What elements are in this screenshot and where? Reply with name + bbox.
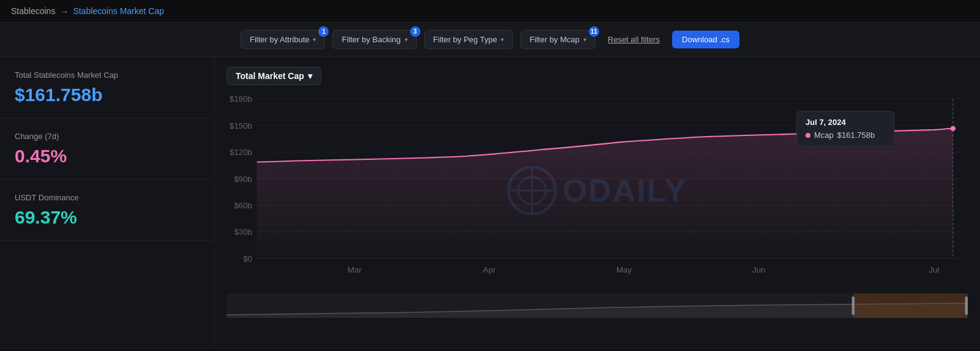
- usdt-value: 69.37%: [15, 207, 199, 228]
- change-value: 0.45%: [15, 146, 199, 167]
- chart-title-label: Total Market Cap: [236, 71, 304, 81]
- svg-rect-27: [852, 296, 855, 315]
- change-block: Change (7d) 0.45%: [0, 118, 214, 179]
- filter-backing-button[interactable]: Filter by Backing ▾ 3: [332, 30, 416, 49]
- tooltip-dot: [806, 133, 810, 138]
- breadcrumb: Stablecoins → Stablecoins Market Cap: [0, 0, 980, 23]
- tooltip-date: Jul 7, 2024: [806, 118, 885, 127]
- mini-chart-svg: [226, 293, 968, 318]
- filter-attribute-badge: 1: [318, 26, 329, 37]
- change-label: Change (7d): [15, 132, 199, 141]
- svg-text:$120b: $120b: [230, 148, 252, 157]
- svg-text:Jun: Jun: [752, 266, 765, 275]
- filter-backing-badge: 3: [410, 26, 421, 37]
- chart-tooltip: Jul 7, 2024 Mcap $161.758b: [796, 111, 894, 146]
- chevron-down-icon: ▾: [313, 36, 316, 43]
- tooltip-value: $161.758b: [837, 130, 875, 140]
- chart-panel: Total Market Cap ▾ ODAILY $180b $150b: [214, 57, 980, 349]
- svg-text:Apr: Apr: [483, 266, 496, 275]
- chart-title-button[interactable]: Total Market Cap ▾: [226, 67, 321, 85]
- usdt-label: USDT Dominance: [15, 193, 199, 202]
- nav-parent[interactable]: Stablecoins: [11, 6, 55, 16]
- svg-text:Jul: Jul: [929, 266, 940, 275]
- chart-area: ODAILY $180b $150b $120b $90b $60b $30b …: [226, 92, 968, 289]
- tooltip-row: Mcap $161.758b: [806, 130, 885, 140]
- filter-attribute-button[interactable]: Filter by Attribute ▾ 1: [241, 30, 326, 49]
- svg-text:$60b: $60b: [234, 201, 252, 210]
- svg-text:$30b: $30b: [234, 228, 252, 237]
- filter-mcap-badge: 11: [589, 26, 599, 37]
- svg-point-24: [950, 126, 956, 131]
- total-market-cap-label: Total Stablecoins Market Cap: [15, 70, 199, 80]
- svg-rect-28: [965, 296, 968, 315]
- left-panel: Total Stablecoins Market Cap $161.758b C…: [0, 57, 214, 349]
- svg-text:$180b: $180b: [230, 95, 252, 104]
- total-market-cap-block: Total Stablecoins Market Cap $161.758b: [0, 57, 214, 118]
- svg-text:$0: $0: [243, 254, 252, 263]
- reset-filters-link[interactable]: Reset all filters: [608, 35, 660, 44]
- nav-arrow: →: [60, 7, 68, 16]
- chevron-down-icon: ▾: [501, 36, 504, 43]
- svg-text:$150b: $150b: [230, 121, 252, 130]
- chart-header: Total Market Cap ▾: [226, 67, 968, 85]
- filter-bar: Filter by Attribute ▾ 1 Filter by Backin…: [0, 23, 980, 57]
- filter-mcap-button[interactable]: Filter by Mcap ▾ 11: [520, 30, 596, 49]
- filter-peg-type-button[interactable]: Filter by Peg Type ▾: [424, 30, 514, 49]
- download-button[interactable]: Download .cs: [672, 31, 739, 48]
- svg-text:Mar: Mar: [348, 266, 362, 275]
- chevron-down-icon: ▾: [583, 36, 586, 43]
- svg-text:$90b: $90b: [234, 175, 252, 184]
- chart-dropdown-icon: ▾: [308, 71, 312, 81]
- chevron-down-icon: ▾: [405, 36, 408, 43]
- svg-text:May: May: [616, 266, 632, 275]
- usdt-dominance-block: USDT Dominance 69.37%: [0, 179, 214, 241]
- mini-chart[interactable]: [226, 293, 968, 318]
- nav-current: Stablecoins Market Cap: [73, 6, 164, 16]
- svg-rect-26: [853, 293, 968, 318]
- main-content: Total Stablecoins Market Cap $161.758b C…: [0, 57, 980, 349]
- total-market-cap-value: $161.758b: [15, 85, 199, 105]
- tooltip-series: Mcap: [814, 130, 834, 140]
